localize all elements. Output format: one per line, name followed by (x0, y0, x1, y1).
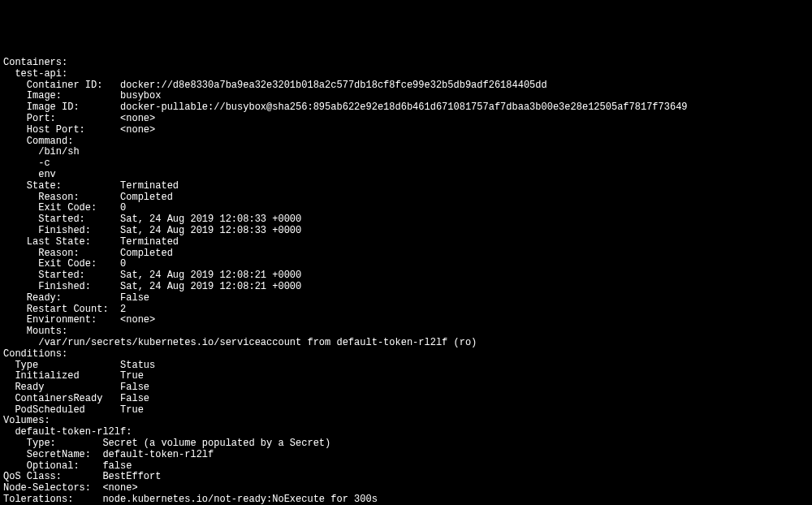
line: /bin/sh (3, 146, 80, 158)
value: false (102, 460, 132, 472)
line: default-token-rl2lf: (3, 426, 132, 438)
label: Reason: (3, 192, 120, 203)
label: Node-Selectors: (3, 482, 102, 494)
line: env (3, 169, 56, 180)
label: Exit Code: (3, 258, 120, 270)
label: Image: (3, 90, 120, 101)
label: Exit Code: (3, 202, 120, 214)
line: /var/run/secrets/kubernetes.io/serviceac… (3, 337, 477, 348)
value: 2 (120, 304, 126, 315)
line: PodScheduled True (3, 404, 144, 416)
value: default-token-rl2lf (102, 449, 214, 460)
line: Type Status (3, 360, 155, 371)
label: Restart Count: (3, 304, 120, 315)
label: Finished: (3, 281, 120, 292)
value: Secret (a volume populated by a Secret) (102, 438, 330, 449)
value: Terminated (120, 236, 179, 248)
value: <none> (120, 124, 155, 136)
value: BestEffort (102, 471, 161, 482)
value: docker-pullable://busybox@sha256:895ab62… (120, 101, 688, 113)
value: Terminated (120, 180, 179, 192)
label: Started: (3, 214, 120, 225)
value: docker://d8e8330a7ba9ea32e3201b018a2c577… (120, 80, 547, 91)
line: Containers: (3, 57, 67, 68)
value: Sat, 24 Aug 2019 12:08:21 +0000 (120, 270, 301, 281)
value: <none> (120, 314, 155, 326)
value: <none> (102, 482, 137, 494)
label: Ready: (3, 292, 120, 304)
label: Optional: (3, 460, 102, 472)
line: test-api: (3, 68, 67, 80)
label: Environment: (3, 314, 120, 326)
line: Initialized True (3, 370, 144, 382)
label: QoS Class: (3, 471, 102, 482)
label: Tolerations: (3, 494, 102, 505)
label: Image ID: (3, 101, 120, 113)
value: Completed (120, 192, 173, 203)
label: Container ID: (3, 80, 120, 91)
line: Conditions: (3, 348, 67, 360)
label: Finished: (3, 225, 120, 236)
value: busybox (120, 90, 161, 101)
value: Sat, 24 Aug 2019 12:08:21 +0000 (120, 281, 301, 292)
label: Started: (3, 270, 120, 281)
value: Sat, 24 Aug 2019 12:08:33 +0000 (120, 214, 301, 225)
label: Type: (3, 438, 102, 449)
line: -c (3, 158, 50, 169)
label: Command: (3, 136, 73, 147)
line: Ready False (3, 382, 149, 393)
line: ContainersReady False (3, 393, 149, 404)
label: Last State: (3, 236, 120, 248)
value: node.kubernetes.io/not-ready:NoExecute f… (102, 494, 377, 505)
value: 0 (120, 202, 126, 214)
label: Port: (3, 113, 120, 124)
label: State: (3, 180, 120, 192)
label: Mounts: (3, 326, 67, 337)
value: Sat, 24 Aug 2019 12:08:33 +0000 (120, 225, 301, 236)
label: Host Port: (3, 124, 120, 136)
value: False (120, 292, 149, 304)
value: 0 (120, 258, 126, 270)
label: SecretName: (3, 449, 102, 460)
value: Completed (120, 248, 173, 259)
terminal-output: Containers: test-api: Container ID: dock… (0, 45, 812, 505)
label: Reason: (3, 248, 120, 259)
line: Volumes: (3, 415, 50, 426)
value: <none> (120, 113, 155, 124)
